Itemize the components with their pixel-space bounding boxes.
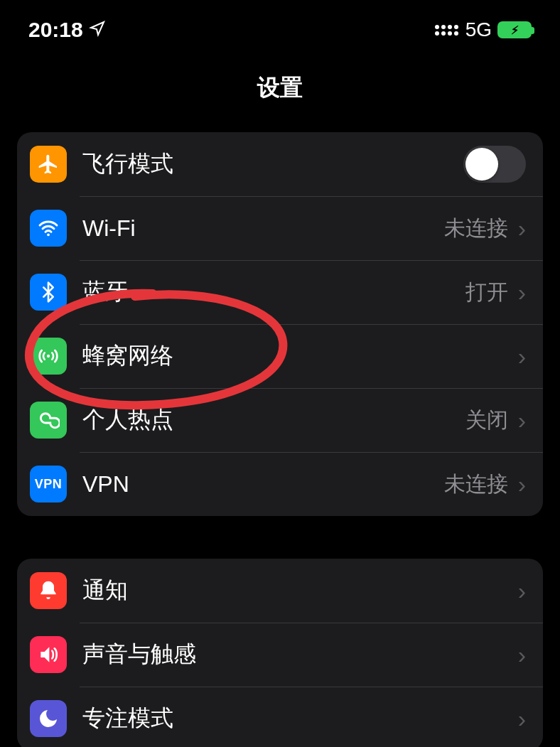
vpn-value: 未连接 (444, 470, 508, 499)
hotspot-value: 关闭 (465, 406, 508, 435)
row-hotspot[interactable]: 个人热点 关闭 › (17, 388, 543, 452)
wifi-value: 未连接 (444, 214, 508, 243)
airplane-toggle[interactable] (463, 146, 526, 183)
row-airplane-mode[interactable]: 飞行模式 (17, 132, 543, 196)
location-icon (89, 20, 106, 40)
chevron-icon: › (518, 705, 526, 733)
chevron-icon: › (518, 279, 526, 306)
hotspot-label: 个人热点 (82, 404, 465, 436)
bell-icon (30, 572, 67, 609)
moon-icon (30, 700, 67, 737)
bluetooth-label: 蓝牙 (82, 276, 465, 308)
airplane-icon (30, 146, 67, 183)
notifications-label: 通知 (82, 575, 508, 606)
settings-group-system: 通知 › 声音与触感 › 专注模式 › (17, 559, 543, 747)
chevron-icon: › (518, 215, 526, 242)
vpn-label: VPN (82, 471, 444, 498)
cellular-icon (30, 338, 67, 375)
status-time: 20:18 (28, 18, 83, 42)
row-notifications[interactable]: 通知 › (17, 559, 543, 623)
row-wifi[interactable]: Wi-Fi 未连接 › (17, 196, 543, 260)
svg-point-1 (47, 355, 50, 358)
wifi-icon (30, 210, 67, 247)
airplane-label: 飞行模式 (82, 149, 463, 180)
status-bar: 20:18 5G ⚡︎ (0, 0, 560, 50)
battery-icon: ⚡︎ (497, 21, 532, 38)
chevron-icon: › (518, 407, 526, 434)
status-right: 5G ⚡︎ (435, 18, 532, 41)
chevron-icon: › (518, 641, 526, 669)
page-title: 设置 (0, 50, 560, 132)
signal-icon (435, 25, 458, 36)
vpn-icon: VPN (30, 466, 67, 503)
svg-point-0 (47, 233, 50, 236)
bluetooth-value: 打开 (465, 278, 508, 307)
row-vpn[interactable]: VPN VPN 未连接 › (17, 452, 543, 516)
settings-group-connectivity: 飞行模式 Wi-Fi 未连接 › 蓝牙 打开 › (17, 132, 543, 516)
chevron-icon: › (518, 471, 526, 498)
focus-label: 专注模式 (82, 703, 508, 734)
hotspot-icon (30, 402, 67, 439)
row-sounds[interactable]: 声音与触感 › (17, 623, 543, 687)
wifi-label: Wi-Fi (82, 215, 444, 242)
row-focus[interactable]: 专注模式 › (17, 687, 543, 747)
row-cellular[interactable]: 蜂窝网络 › (17, 324, 543, 388)
status-left: 20:18 (28, 18, 106, 42)
cellular-label: 蜂窝网络 (82, 340, 508, 372)
chevron-icon: › (518, 343, 526, 370)
sounds-label: 声音与触感 (82, 639, 508, 670)
chevron-icon: › (518, 577, 526, 605)
row-bluetooth[interactable]: 蓝牙 打开 › (17, 260, 543, 324)
network-label: 5G (465, 18, 492, 41)
bluetooth-icon (30, 274, 67, 311)
speaker-icon (30, 636, 67, 673)
